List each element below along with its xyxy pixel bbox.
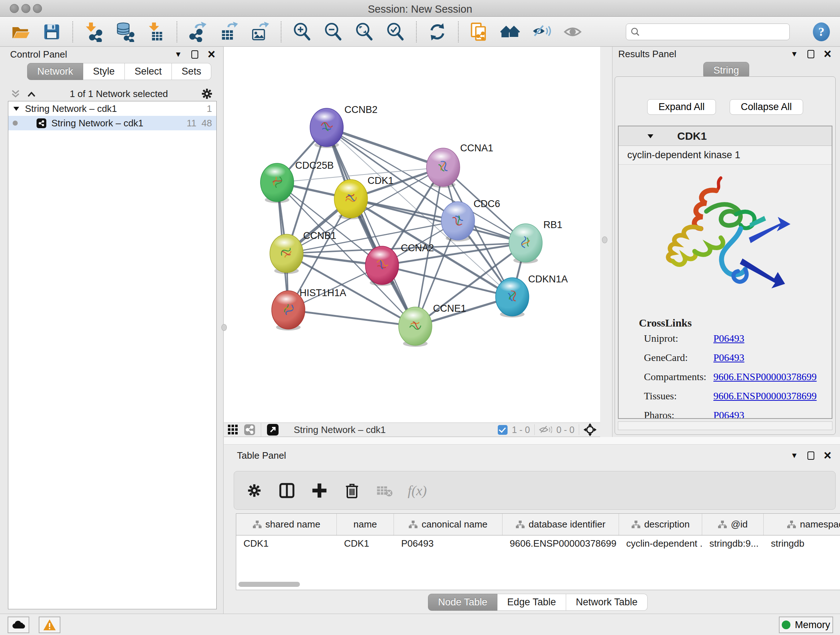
tab-style[interactable]: Style (83, 63, 125, 80)
zoom-out-button[interactable] (323, 21, 344, 43)
tab-network-table[interactable]: Network Table (566, 594, 648, 611)
node-CDKN1A[interactable] (496, 278, 529, 318)
tab-sets[interactable]: Sets (172, 63, 211, 80)
edge-HIST1H1A-CCNE1[interactable] (288, 310, 415, 326)
import-table-file-button[interactable] (145, 21, 166, 43)
node-CCNA1[interactable] (426, 148, 460, 188)
column-header-shared-name[interactable]: shared name (236, 514, 337, 535)
collapse-all-tree-icon[interactable] (26, 89, 37, 98)
help-button[interactable]: ? (813, 22, 830, 41)
right-splitter-handle[interactable] (602, 236, 607, 243)
network-row-selected[interactable]: String Network – cdk1 11 48 (8, 116, 216, 130)
crosslink-link[interactable]: P06493 (714, 352, 745, 363)
panel-float-icon[interactable] (191, 50, 198, 59)
gene-header-row[interactable]: CDK1 (619, 126, 832, 146)
first-neighbors-button[interactable] (500, 21, 521, 43)
table-cell[interactable]: CDK1 (337, 535, 394, 551)
expand-all-button[interactable]: Expand All (647, 99, 716, 115)
column-header--id[interactable]: @id (702, 514, 764, 535)
table-cell[interactable]: stringdb (764, 535, 840, 551)
panel-menu-icon[interactable]: ▼ (790, 50, 798, 58)
import-network-database-button[interactable] (114, 21, 135, 43)
show-all-button[interactable] (562, 21, 583, 43)
node-CDC25B[interactable] (261, 163, 294, 203)
export-network-button[interactable] (187, 21, 208, 43)
table-settings-button[interactable] (245, 480, 264, 501)
node-RB1[interactable] (509, 224, 542, 264)
zoom-in-button[interactable] (292, 21, 313, 43)
table-cell[interactable]: P06493 (394, 535, 502, 551)
refresh-view-button[interactable] (427, 21, 448, 43)
crosslink-link[interactable]: P06493 (714, 409, 745, 419)
warnings-button[interactable] (39, 616, 60, 633)
zoom-out-icon (323, 22, 343, 42)
node-CDK1[interactable] (334, 180, 368, 219)
table-cell[interactable]: stringdb:9... (702, 535, 764, 551)
panel-close-icon[interactable]: × (208, 51, 215, 58)
export-table-button[interactable] (218, 21, 240, 43)
tab-network[interactable]: Network (27, 63, 83, 80)
node-CDC6[interactable] (441, 202, 475, 241)
open-in-window-button[interactable] (267, 424, 279, 435)
crosslink-link[interactable]: 9606.ENSP00000378699 (714, 390, 816, 402)
delete-column-button[interactable] (343, 480, 362, 501)
selected-checkbox-icon[interactable] (498, 425, 508, 435)
results-scrollbar[interactable] (618, 421, 832, 430)
open-session-button[interactable] (10, 21, 31, 43)
tab-edge-table[interactable]: Edge Table (497, 594, 566, 611)
delete-table-button[interactable] (375, 480, 394, 501)
zoom-selected-button[interactable] (385, 21, 406, 43)
crosslink-link[interactable]: 9606.ENSP00000378699 (714, 371, 816, 383)
hide-selected-button[interactable] (531, 21, 552, 43)
table-cell[interactable]: 9606.ENSP00000378699 (502, 535, 619, 551)
panel-float-icon[interactable] (807, 451, 814, 460)
grid-view-button[interactable] (227, 424, 238, 435)
panel-close-icon[interactable]: × (824, 452, 831, 459)
column-header-namespace[interactable]: namespace (764, 514, 840, 535)
cloud-status-button[interactable] (8, 616, 29, 633)
function-builder-button[interactable]: f(x) (408, 483, 427, 499)
tab-select[interactable]: Select (125, 63, 172, 80)
crosslink-link[interactable]: P06493 (714, 333, 745, 344)
panel-menu-icon[interactable]: ▼ (790, 451, 798, 460)
tab-node-table[interactable]: Node Table (428, 594, 497, 611)
table-cell[interactable]: cyclin-dependent ... (619, 535, 702, 551)
toolbar-search[interactable] (626, 24, 790, 40)
node-CCNE1[interactable] (399, 307, 432, 347)
network-badge-button[interactable] (244, 424, 255, 435)
create-column-button[interactable] (310, 480, 329, 501)
disclosure-triangle-icon[interactable] (647, 133, 654, 139)
left-splitter-handle[interactable] (221, 324, 227, 331)
crosslink-label: Pharos: (639, 409, 714, 419)
column-header-name[interactable]: name (337, 514, 394, 535)
disclosure-triangle-icon[interactable] (13, 106, 20, 111)
network-canvas[interactable]: CCNB2CCNA1CDC25BCDK1CDC6RB1CCNB1CCNA2CDK… (224, 47, 600, 423)
column-header-canonical-name[interactable]: canonical name (394, 514, 502, 535)
show-columns-button[interactable] (278, 480, 296, 501)
table-cell[interactable]: CDK1 (236, 535, 337, 551)
node-CCNB1[interactable] (270, 234, 303, 274)
column-header-description[interactable]: description (619, 514, 702, 535)
panel-float-icon[interactable] (807, 50, 814, 58)
export-image-button[interactable] (249, 21, 271, 43)
gear-icon[interactable] (201, 88, 213, 100)
string-network-icon (36, 119, 46, 128)
search-input[interactable] (643, 27, 785, 37)
collapse-all-button[interactable]: Collapse All (729, 99, 803, 115)
column-header-database-identifier[interactable]: database identifier (502, 514, 619, 535)
horizontal-splitter[interactable] (224, 437, 840, 445)
node-CCNB2[interactable] (310, 108, 343, 148)
table-horizontal-scrollbar[interactable] (238, 582, 300, 587)
expand-all-tree-icon[interactable] (10, 89, 21, 98)
network-collection-row[interactable]: String Network – cdk1 1 (8, 101, 216, 116)
duplicate-network-button[interactable] (469, 21, 490, 43)
panel-menu-icon[interactable]: ▼ (174, 50, 182, 59)
memory-status-button[interactable]: Memory (779, 616, 833, 633)
save-session-button[interactable] (41, 21, 62, 43)
panel-close-icon[interactable]: × (824, 50, 831, 57)
import-network-file-button[interactable] (83, 21, 104, 43)
zoom-fit-button[interactable] (354, 21, 375, 43)
table-row[interactable]: CDK1CDK1P064939606.ENSP00000378699cyclin… (236, 535, 840, 551)
birdseye-view-button[interactable] (584, 423, 597, 436)
toolbar-separator (73, 21, 73, 42)
